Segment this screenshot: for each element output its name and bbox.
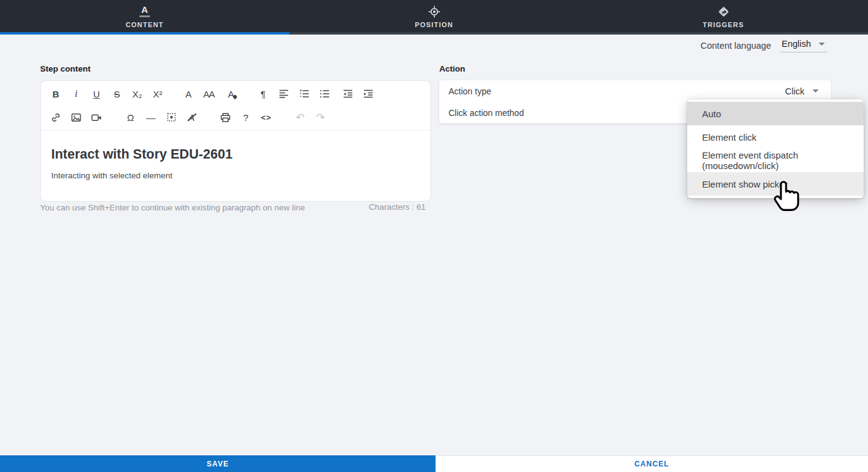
content-language-select[interactable]: English — [780, 38, 827, 52]
redo-icon: ↷ — [316, 111, 324, 124]
code-icon: <> — [261, 113, 271, 122]
strikethrough-icon: S — [114, 89, 120, 99]
subscript-icon: X₂ — [133, 89, 143, 99]
indent-icon — [363, 89, 373, 99]
bold-button[interactable]: B — [46, 83, 66, 104]
font-size-icon: AA — [203, 89, 214, 99]
paragraph-format-button[interactable]: ¶ — [256, 83, 276, 104]
select-all-button[interactable] — [161, 107, 181, 128]
tab-triggers[interactable]: TRIGGERS — [579, 0, 868, 32]
character-count: Characters : 61 — [40, 202, 426, 212]
step-content-label: Step content — [40, 64, 91, 73]
link-icon — [51, 112, 61, 123]
tab-content[interactable]: A CONTENT — [0, 0, 289, 32]
italic-button[interactable]: i — [66, 83, 86, 104]
redo-button[interactable]: ↷ — [310, 107, 331, 128]
active-tab-indicator — [0, 32, 289, 35]
align-button[interactable] — [276, 83, 297, 104]
help-icon: ? — [243, 112, 248, 123]
undo-button[interactable]: ↶ — [290, 107, 310, 128]
help-button[interactable]: ? — [236, 107, 256, 128]
action-method-menu: Auto Element click Element event dispatc… — [687, 99, 864, 198]
chevron-down-icon — [812, 89, 819, 93]
superscript-button[interactable]: X² — [147, 83, 168, 104]
editor-content-area[interactable]: Interact with Story EDU-2601 Interacting… — [41, 147, 431, 180]
clear-formatting-icon: A — [188, 112, 194, 123]
action-type-label: Action type — [448, 86, 491, 96]
font-family-icon: A — [185, 89, 191, 99]
paragraph-icon: ¶ — [260, 89, 265, 99]
editor-paragraph: Interacting with selected element — [51, 171, 420, 180]
toolbar-row-1: B i U S X₂ X² A AA A ¶ — [41, 82, 431, 106]
chevron-down-icon — [819, 43, 825, 46]
tab-triggers-label: TRIGGERS — [703, 21, 744, 28]
click-action-method-label: Click action method — [448, 108, 524, 118]
special-characters-button[interactable]: Ω — [120, 107, 141, 128]
position-target-icon — [428, 4, 440, 18]
align-icon — [279, 89, 289, 99]
insert-image-button[interactable] — [66, 107, 86, 128]
subscript-button[interactable]: X₂ — [127, 83, 147, 104]
indent-button[interactable] — [358, 83, 378, 104]
underline-button[interactable]: U — [86, 83, 107, 104]
menu-item-element-click[interactable]: Element click — [687, 125, 864, 149]
font-family-button[interactable]: A — [181, 83, 202, 104]
horizontal-line-button[interactable]: — — [141, 107, 161, 128]
superscript-icon: X² — [153, 89, 162, 99]
unordered-list-icon — [320, 89, 329, 99]
cancel-button[interactable]: CANCEL — [436, 455, 868, 472]
step-editor-dialog: A CONTENT POSITION TRIGGERS — [0, 0, 868, 472]
toolbar-divider — [41, 130, 431, 131]
outdent-button[interactable] — [337, 83, 358, 104]
content-language-label: Content language — [701, 41, 772, 51]
unordered-list-button[interactable] — [317, 83, 337, 104]
format-text-icon: A — [139, 4, 150, 18]
menu-item-element-event-dispatch[interactable]: Element event dispatch (mousedown/click) — [687, 149, 864, 172]
image-icon — [71, 112, 81, 123]
content-language-row: Content language English — [701, 38, 828, 52]
insert-video-button[interactable] — [86, 107, 107, 128]
strikethrough-button[interactable]: S — [107, 83, 127, 104]
action-section-label: Action — [439, 64, 465, 73]
code-view-button[interactable]: <> — [256, 107, 276, 128]
select-all-icon — [167, 112, 176, 122]
text-color-button[interactable]: A — [222, 83, 242, 104]
triggers-diamond-arrow-icon — [717, 4, 730, 18]
action-type-select[interactable]: Click — [785, 86, 819, 96]
video-icon — [91, 112, 102, 123]
editor-heading: Interact with Story EDU-2601 — [51, 147, 420, 162]
action-type-value: Click — [785, 86, 804, 96]
horizontal-line-icon: — — [146, 112, 155, 123]
clear-formatting-button[interactable]: A — [181, 107, 202, 128]
underline-icon: U — [93, 89, 100, 99]
ordered-list-button[interactable] — [297, 83, 317, 104]
tab-position[interactable]: POSITION — [289, 0, 579, 32]
top-navigation: A CONTENT POSITION TRIGGERS — [0, 0, 868, 32]
outdent-icon — [343, 89, 353, 99]
undo-icon: ↶ — [296, 111, 304, 124]
font-size-button[interactable]: AA — [202, 83, 222, 104]
bold-icon: B — [52, 89, 59, 99]
menu-item-auto[interactable]: Auto — [687, 102, 864, 125]
tab-position-label: POSITION — [415, 21, 453, 28]
omega-icon: Ω — [127, 112, 134, 123]
print-button[interactable] — [215, 107, 236, 128]
italic-icon: i — [75, 88, 77, 99]
rich-text-editor: B i U S X₂ X² A AA A ¶ — [40, 80, 431, 202]
save-button[interactable]: SAVE — [0, 455, 436, 472]
tab-content-label: CONTENT — [126, 21, 164, 28]
insert-link-button[interactable] — [46, 107, 66, 128]
toolbar-row-2: Ω — A ? <> ↶ ↷ — [41, 106, 431, 129]
menu-item-element-show-picker[interactable]: Element show picker — [687, 172, 864, 196]
content-language-value: English — [782, 39, 811, 49]
print-icon — [220, 112, 231, 123]
ordered-list-icon — [299, 89, 309, 99]
action-type-row: Action type Click — [439, 80, 831, 102]
